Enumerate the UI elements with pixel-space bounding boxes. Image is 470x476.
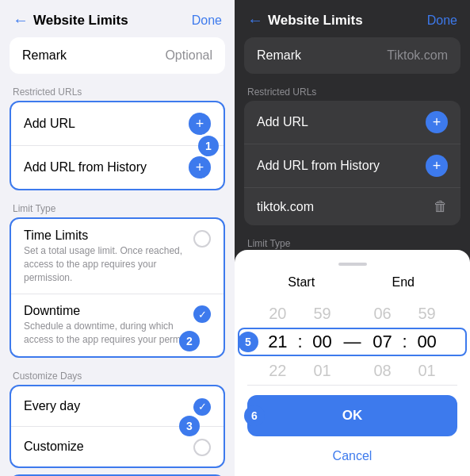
start-colon: : bbox=[296, 328, 304, 356]
start-minutes-below: 01 bbox=[304, 356, 341, 385]
right-tiktok-row[interactable]: tiktok.com 🗑 bbox=[244, 187, 460, 225]
left-time-limits-info: Time Limits Set a total usage limit. Onc… bbox=[24, 228, 193, 284]
time-picker-columns-wrapper: 20 21 22 : 59 00 01 — 06 07 08 bbox=[235, 299, 470, 385]
right-add-url-history-text: Add URL from History bbox=[257, 159, 380, 173]
end-hours-below: 08 bbox=[365, 356, 401, 385]
end-minutes-selected: 00 bbox=[409, 328, 445, 356]
left-add-url-history-button[interactable]: + bbox=[189, 156, 211, 178]
left-add-url-button[interactable]: + bbox=[189, 113, 211, 135]
time-picker-overlay: Start End 20 21 22 : 59 00 01 — bbox=[235, 250, 470, 476]
start-hours-selected: 21 bbox=[259, 328, 296, 356]
time-dash: — bbox=[341, 328, 365, 356]
left-time-limits-desc: Set a total usage limit. Once reached, a… bbox=[24, 244, 193, 284]
right-add-url-row[interactable]: Add URL + bbox=[244, 101, 460, 144]
right-remark-label: Remark bbox=[257, 48, 301, 63]
left-remark-label: Remark bbox=[22, 48, 67, 63]
left-add-url-row[interactable]: Add URL + bbox=[11, 102, 224, 145]
left-add-url-history-text: Add URL from History bbox=[24, 160, 147, 175]
left-add-url-text: Add URL bbox=[24, 117, 75, 131]
right-remark-value: Tiktok.com bbox=[387, 48, 448, 63]
left-downtime-check[interactable]: ✓ bbox=[193, 305, 211, 323]
left-customize-radio[interactable] bbox=[193, 439, 211, 456]
left-done-button[interactable]: Done bbox=[192, 13, 222, 28]
right-tiktok-text: tiktok.com bbox=[257, 200, 314, 214]
left-limit-section: Time Limits Set a total usage limit. Onc… bbox=[0, 217, 235, 358]
left-remark-card: Remark Optional bbox=[10, 37, 225, 74]
left-downtime-info: Downtime Schedule a downtime, during whi… bbox=[24, 304, 193, 347]
right-add-url-text: Add URL bbox=[257, 115, 308, 129]
start-minutes-above: 59 bbox=[304, 299, 341, 328]
step-badge-2: 2 bbox=[179, 331, 200, 351]
ok-button[interactable]: OK bbox=[247, 395, 457, 436]
left-every-day-check[interactable]: ✓ bbox=[193, 398, 211, 416]
left-url-card: Add URL + Add URL from History + bbox=[10, 101, 225, 190]
left-panel: ← Website Limits Done Remark Optional Re… bbox=[0, 0, 235, 476]
step-badge-5: 5 bbox=[238, 332, 258, 352]
right-header-left: ← Website Limits bbox=[247, 11, 363, 29]
left-header: ← Website Limits Done bbox=[0, 0, 235, 37]
start-label: Start bbox=[250, 275, 353, 290]
left-downtime-desc: Schedule a downtime, during which access… bbox=[24, 320, 193, 347]
end-minutes-above: 59 bbox=[409, 299, 445, 328]
end-colon: : bbox=[401, 328, 409, 356]
left-add-url-history-row[interactable]: Add URL from History + bbox=[11, 145, 224, 189]
start-minutes-selected: 00 bbox=[304, 328, 341, 356]
right-header: ← Website Limits Done bbox=[235, 0, 470, 37]
left-limit-type-label: Limit Type bbox=[0, 197, 235, 217]
left-time-limits-radio[interactable] bbox=[193, 230, 211, 248]
cancel-button[interactable]: Cancel bbox=[235, 443, 470, 476]
left-remark-value: Optional bbox=[165, 48, 212, 63]
time-picker-header: Start End bbox=[235, 275, 470, 299]
time-picker-cols[interactable]: 20 21 22 : 59 00 01 — 06 07 08 bbox=[235, 299, 470, 385]
left-every-day-text: Every day bbox=[24, 399, 80, 413]
start-hours-below: 22 bbox=[259, 356, 296, 385]
start-hours-above: 20 bbox=[259, 299, 296, 328]
right-trash-icon[interactable]: 🗑 bbox=[434, 198, 448, 215]
right-done-button[interactable]: Done bbox=[427, 13, 457, 28]
right-panel: ← Website Limits Done Remark Tiktok.com … bbox=[235, 0, 470, 476]
handle-bar bbox=[338, 263, 367, 266]
step-badge-3: 3 bbox=[179, 416, 200, 436]
left-remark-row[interactable]: Remark Optional bbox=[10, 37, 225, 74]
right-title: Website Limits bbox=[268, 13, 363, 29]
left-downtime-title: Downtime bbox=[24, 304, 193, 318]
right-remark-row[interactable]: Remark Tiktok.com bbox=[244, 37, 460, 74]
right-remark-card: Remark Tiktok.com bbox=[244, 37, 460, 74]
right-url-card: Add URL + Add URL from History + tiktok.… bbox=[244, 101, 460, 225]
right-add-url-history-row[interactable]: Add URL from History + bbox=[244, 144, 460, 187]
left-customize-days-label: Customize Days bbox=[0, 364, 235, 385]
right-add-url-button[interactable]: + bbox=[426, 111, 448, 133]
left-customize-text: Customize bbox=[24, 440, 84, 454]
left-days-section: Every day ✓ Customize 3 bbox=[0, 385, 235, 468]
step-badge-1: 1 bbox=[198, 136, 219, 156]
left-time-limits-header: Time Limits Set a total usage limit. Onc… bbox=[24, 228, 211, 284]
ok-section: OK 6 bbox=[235, 395, 470, 436]
end-hours-col[interactable]: 06 07 08 bbox=[365, 299, 401, 385]
start-hours-col[interactable]: 20 21 22 bbox=[259, 299, 296, 385]
picker-divider bbox=[247, 385, 457, 386]
left-time-limits-title: Time Limits bbox=[24, 228, 193, 243]
left-url-section: Add URL + Add URL from History + 1 bbox=[0, 101, 235, 190]
end-hours-selected: 07 bbox=[365, 328, 401, 356]
end-minutes-col[interactable]: 59 00 01 bbox=[409, 299, 445, 385]
left-header-left: ← Website Limits bbox=[13, 11, 128, 29]
end-minutes-below: 01 bbox=[409, 356, 445, 385]
end-label: End bbox=[353, 275, 455, 290]
left-back-button[interactable]: ← bbox=[13, 11, 29, 29]
right-back-button[interactable]: ← bbox=[247, 11, 263, 29]
start-minutes-col[interactable]: 59 00 01 bbox=[304, 299, 341, 385]
left-restricted-urls-label: Restricted URLs bbox=[0, 80, 235, 101]
left-time-limits-row[interactable]: Time Limits Set a total usage limit. Onc… bbox=[11, 219, 224, 294]
left-title: Website Limits bbox=[33, 13, 128, 29]
right-add-url-history-button[interactable]: + bbox=[426, 155, 448, 177]
right-restricted-urls-label: Restricted URLs bbox=[235, 80, 470, 101]
end-hours-above: 06 bbox=[365, 299, 401, 328]
step-badge-6: 6 bbox=[244, 405, 265, 426]
